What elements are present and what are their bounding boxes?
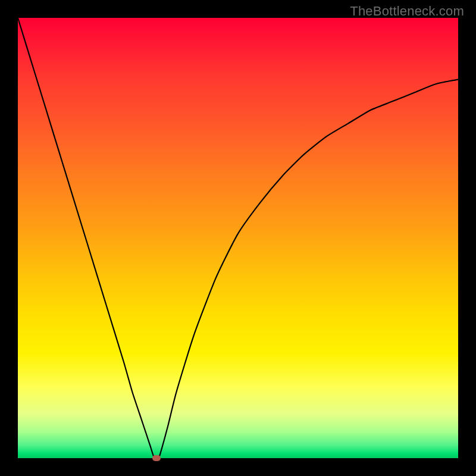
bottleneck-curve <box>18 18 458 458</box>
chart-frame: TheBottleneck.com <box>0 0 476 476</box>
watermark-text: TheBottleneck.com <box>350 4 464 19</box>
chart-plot-area <box>18 18 458 458</box>
optimum-marker <box>152 455 161 461</box>
